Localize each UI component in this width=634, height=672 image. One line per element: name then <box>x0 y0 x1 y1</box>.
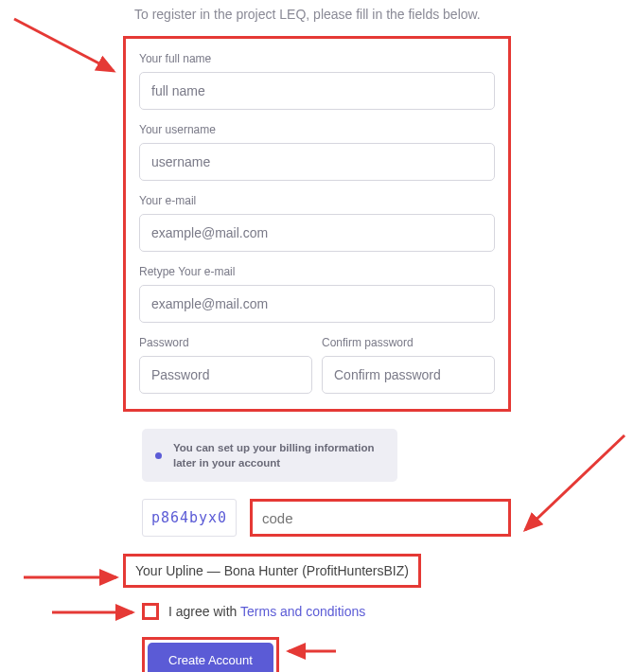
email-confirm-label: Retype Your e-mail <box>139 265 495 278</box>
password-input[interactable] <box>139 356 312 394</box>
captcha-input[interactable] <box>250 499 511 537</box>
info-text: You can set up your billing information … <box>173 440 384 470</box>
annotation-arrow-icon <box>520 435 634 553</box>
terms-link[interactable]: Terms and conditions <box>240 604 365 619</box>
create-account-button[interactable]: Create Account <box>148 643 273 672</box>
agree-text: I agree with Terms and conditions <box>168 604 365 619</box>
svg-line-1 <box>525 435 625 530</box>
email-label: Your e-mail <box>139 194 495 207</box>
password-confirm-input[interactable] <box>322 356 495 394</box>
submit-highlight: Create Account <box>142 637 279 672</box>
email-input[interactable] <box>139 214 495 252</box>
password-confirm-label: Confirm password <box>322 336 495 349</box>
svg-line-0 <box>14 19 114 71</box>
fullname-input[interactable] <box>139 72 495 110</box>
agree-prefix: I agree with <box>168 604 240 619</box>
fullname-label: Your full name <box>139 52 495 65</box>
upline-info: Your Upline — Bona Hunter (ProfitHunters… <box>123 554 421 588</box>
annotation-arrow-icon <box>24 568 128 591</box>
agree-checkbox[interactable] <box>142 603 159 620</box>
billing-info-notice: You can set up your billing information … <box>142 429 397 482</box>
info-dot-icon <box>155 452 162 459</box>
username-input[interactable] <box>139 143 495 181</box>
password-label: Password <box>139 336 312 349</box>
intro-text: To register in the project LEQ, please f… <box>123 0 511 36</box>
captcha-image: p864byx0 <box>142 499 237 537</box>
registration-form: Your full name Your username Your e-mail… <box>123 36 511 412</box>
agree-row: I agree with Terms and conditions <box>142 603 511 620</box>
annotation-arrow-icon <box>14 19 128 89</box>
username-label: Your username <box>139 123 495 136</box>
email-confirm-input[interactable] <box>139 285 495 323</box>
captcha-row: p864byx0 <box>142 499 511 537</box>
